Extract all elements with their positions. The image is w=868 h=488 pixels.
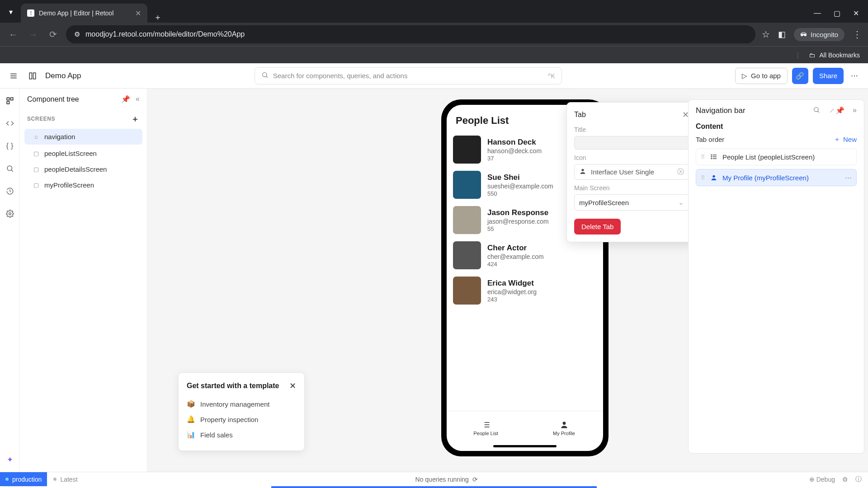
more-menu-button[interactable]: ⋯ xyxy=(848,70,861,82)
new-tab-link[interactable]: ＋ New xyxy=(834,135,857,144)
close-window-icon[interactable]: ✕ xyxy=(853,9,859,18)
chevron-down-icon: ⌄ xyxy=(678,198,684,206)
svg-point-2 xyxy=(262,73,266,77)
new-tab-button[interactable]: ＋ xyxy=(147,12,168,23)
debug-toggle[interactable]: ⊕ Debug xyxy=(809,476,835,483)
env-dot-icon xyxy=(5,478,9,481)
screen-icon: ▢ xyxy=(33,182,40,189)
bookmark-star-icon[interactable]: ☆ xyxy=(762,29,770,40)
tree-item-peopleListScreen[interactable]: ▢peopleListScreen xyxy=(20,145,147,161)
release-badge[interactable]: Latest xyxy=(47,476,84,483)
rail-components-icon[interactable] xyxy=(4,95,16,107)
refresh-icon[interactable]: ⟳ xyxy=(472,476,478,483)
avatar xyxy=(453,206,481,234)
pin-icon[interactable]: 📌 xyxy=(121,95,130,103)
browser-tab[interactable]: ⋮ Demo App | Editor | Retool ✕ xyxy=(21,4,147,23)
back-button[interactable]: ← xyxy=(6,28,20,41)
template-title: Get started with a template xyxy=(187,382,279,390)
icon-select[interactable]: Interface User Single ⓧ xyxy=(574,164,689,180)
svg-rect-3 xyxy=(7,98,9,100)
layout-toggle-icon[interactable] xyxy=(26,70,39,82)
person-email: hanson@deck.com xyxy=(487,147,542,155)
status-info-icon[interactable]: ⓘ xyxy=(855,475,862,483)
person-name: Cher Actor xyxy=(487,244,544,253)
status-settings-icon[interactable]: ⚙ xyxy=(842,476,848,483)
tab-order-item[interactable]: ⠿ My Profile (myProfileScreen) ⋯ xyxy=(696,169,857,186)
person-name: Erica Widget xyxy=(487,279,537,288)
person-name: Hanson Deck xyxy=(487,138,542,147)
folder-icon: 🗀 xyxy=(809,52,815,59)
chrome-menu-icon[interactable]: ⋮ xyxy=(853,29,862,40)
content-section-label: Content xyxy=(696,122,857,131)
expand-panel-icon[interactable]: » xyxy=(853,106,857,115)
copy-link-button[interactable]: 🔗 xyxy=(792,68,808,84)
command-search[interactable]: Search for components, queries, and acti… xyxy=(255,67,562,84)
clear-icon-button[interactable]: ⓧ xyxy=(677,168,684,176)
person-email: cher@example.com xyxy=(487,253,544,260)
query-status: No queries running ⟳ xyxy=(415,476,478,483)
delete-tab-button[interactable]: Delete Tab xyxy=(574,219,621,235)
accent-bar xyxy=(271,486,597,488)
release-dot-icon xyxy=(53,478,57,481)
rail-ai-icon[interactable]: ✦ xyxy=(4,454,16,465)
rail-history-icon[interactable] xyxy=(4,185,16,197)
person-count: 424 xyxy=(487,261,544,267)
person-row[interactable]: Erica Widget erica@widget.org 243 xyxy=(447,273,603,308)
environment-badge[interactable]: production xyxy=(0,472,47,486)
close-template-card-icon[interactable]: ✕ xyxy=(289,381,296,391)
template-item[interactable]: 📊Field sales xyxy=(187,427,296,442)
tree-item-myProfileScreen[interactable]: ▢myProfileScreen xyxy=(20,177,147,193)
panel-icon[interactable]: ◧ xyxy=(778,29,786,39)
template-icon: 🔔 xyxy=(187,415,195,423)
template-icon: 📊 xyxy=(187,431,195,439)
go-to-app-button[interactable]: ▷ Go to app xyxy=(735,68,788,84)
icon-field-label: Icon xyxy=(574,154,689,161)
all-bookmarks-link[interactable]: All Bookmarks xyxy=(820,52,860,59)
avatar xyxy=(453,277,481,305)
rail-search-icon[interactable] xyxy=(4,163,16,174)
unpin-icon[interactable]: ⟋📌 xyxy=(828,106,844,115)
phone-tab-my-profile[interactable]: My Profile xyxy=(525,411,603,445)
inspector-search-icon[interactable] xyxy=(813,106,820,115)
main-screen-select[interactable]: myProfileScreen ⌄ xyxy=(574,194,689,211)
menu-toggle-icon[interactable] xyxy=(7,70,20,82)
tab-list-dropdown[interactable]: ▾ xyxy=(3,4,19,20)
tree-panel-title: Component tree xyxy=(27,95,79,103)
forward-button[interactable]: → xyxy=(26,28,40,41)
share-button[interactable]: Share xyxy=(813,68,844,84)
maximize-icon[interactable]: ▢ xyxy=(834,9,840,18)
drag-handle-icon[interactable]: ⠿ xyxy=(701,174,705,181)
tab-order-label: Tab order xyxy=(696,136,724,143)
person-row[interactable]: Cher Actor cher@example.com 424 xyxy=(447,238,603,273)
home-indicator xyxy=(493,445,557,447)
phone-tab-people-list[interactable]: People List xyxy=(447,411,525,445)
add-screen-button[interactable]: ＋ xyxy=(131,113,140,124)
screen-icon: ⌂ xyxy=(33,133,40,141)
minimize-icon[interactable]: — xyxy=(814,9,821,17)
close-tab-icon[interactable]: ✕ xyxy=(135,9,141,18)
collapse-panel-icon[interactable]: « xyxy=(136,95,140,103)
drag-handle-icon[interactable]: ⠿ xyxy=(701,154,705,160)
person-count: 550 xyxy=(487,190,553,197)
screens-label: SCREENS xyxy=(27,116,55,122)
inspector-panel: Navigation bar ⟋📌 » Content Tab order ＋ … xyxy=(688,99,864,454)
rail-settings-icon[interactable] xyxy=(4,208,16,220)
reload-button[interactable]: ⟳ xyxy=(46,28,60,41)
rail-state-icon[interactable]: { } xyxy=(4,140,16,152)
template-item[interactable]: 📦Inventory management xyxy=(187,396,296,412)
avatar xyxy=(453,136,481,164)
site-settings-icon[interactable]: ⚙ xyxy=(74,30,80,38)
svg-point-16 xyxy=(814,108,818,112)
tab-order-item[interactable]: ⠿ People List (peopleListScreen) xyxy=(696,148,857,165)
item-more-icon[interactable]: ⋯ xyxy=(845,174,852,182)
template-icon: 📦 xyxy=(187,400,195,408)
template-card: Get started with a template ✕ 📦Inventory… xyxy=(178,372,305,451)
template-item[interactable]: 🔔Property inspection xyxy=(187,412,296,427)
avatar xyxy=(453,171,481,199)
link-icon: 🔗 xyxy=(796,72,804,80)
tree-item-peopleDetailsScreen[interactable]: ▢peopleDetailsScreen xyxy=(20,161,147,177)
rail-code-icon[interactable] xyxy=(4,117,16,129)
title-input[interactable] xyxy=(574,136,689,150)
address-bar[interactable]: ⚙ moodjoy1.retool.com/mobile/editor/Demo… xyxy=(66,25,755,43)
tree-item-navigation[interactable]: ⌂navigation xyxy=(24,129,142,145)
